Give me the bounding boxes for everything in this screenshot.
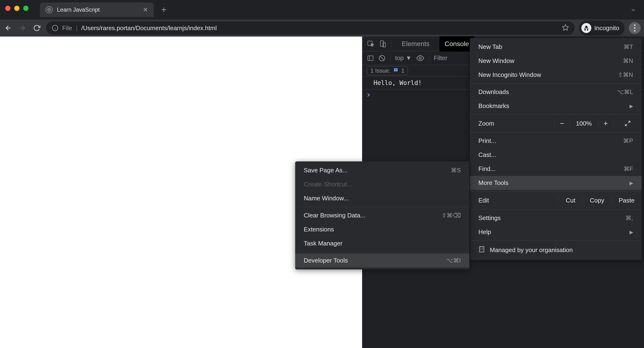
close-tab-icon[interactable]: ✕ bbox=[143, 6, 148, 14]
menu-zoom: Zoom − 100% + bbox=[470, 116, 642, 131]
issues-count: 1 bbox=[401, 67, 404, 74]
chevron-down-icon: ▼ bbox=[406, 54, 412, 62]
submenu-extensions[interactable]: Extensions bbox=[295, 222, 469, 236]
new-tab-button[interactable]: + bbox=[161, 5, 166, 15]
clear-console-icon[interactable] bbox=[379, 55, 385, 62]
menu-managed[interactable]: Managed by your organisation bbox=[470, 242, 642, 258]
address-bar[interactable]: File | /Users/rares.portan/Documents/lea… bbox=[46, 21, 575, 35]
menu-print[interactable]: Print... ⌘P bbox=[470, 134, 642, 148]
submenu-name-window[interactable]: Name Window... bbox=[295, 191, 469, 205]
svg-rect-23 bbox=[480, 246, 484, 252]
submenu-save-page[interactable]: Save Page As... ⌘S bbox=[295, 163, 469, 177]
eye-icon[interactable] bbox=[416, 54, 424, 62]
incognito-label: Incognito bbox=[594, 25, 619, 32]
zoom-value: 100% bbox=[570, 119, 598, 128]
chevron-down-icon[interactable] bbox=[628, 7, 638, 13]
menu-separator bbox=[470, 240, 642, 241]
reload-button[interactable] bbox=[32, 23, 42, 33]
menu-separator bbox=[470, 209, 642, 210]
chevron-right-icon: ▶ bbox=[630, 229, 633, 235]
filter-input[interactable]: Filter bbox=[429, 54, 448, 62]
forward-button[interactable] bbox=[18, 23, 28, 33]
menu-edit: Edit Cut Copy Paste bbox=[470, 193, 642, 208]
chevron-right-icon: ▶ bbox=[630, 180, 633, 186]
svg-rect-13 bbox=[368, 56, 373, 61]
svg-marker-6 bbox=[562, 25, 568, 30]
paste-button[interactable]: Paste bbox=[612, 196, 642, 205]
maximize-window-button[interactable] bbox=[23, 6, 28, 11]
context-selector[interactable]: top ▼ bbox=[395, 54, 412, 62]
issues-badge[interactable]: 1 Issue: 1 bbox=[367, 66, 408, 75]
submenu-task-manager[interactable]: Task Manager bbox=[295, 236, 469, 250]
menu-more-tools[interactable]: More Tools ▶ bbox=[470, 176, 642, 190]
menu-help[interactable]: Help ▶ bbox=[470, 225, 642, 239]
tab-elements[interactable]: Elements bbox=[396, 36, 435, 52]
copy-button[interactable]: Copy bbox=[582, 196, 612, 205]
svg-point-8 bbox=[634, 27, 636, 29]
tab-console[interactable]: Console bbox=[440, 36, 474, 52]
menu-new-window[interactable]: New Window ⌘N bbox=[470, 54, 642, 68]
bookmark-star-icon[interactable] bbox=[562, 24, 569, 32]
console-sidebar-icon[interactable] bbox=[367, 55, 374, 62]
issues-prefix: 1 Issue: bbox=[370, 67, 390, 74]
svg-point-17 bbox=[419, 57, 421, 59]
tab-bar: Learn JavaScript ✕ + bbox=[40, 2, 166, 17]
url-path: /Users/rares.portan/Documents/learnjs/in… bbox=[82, 25, 217, 32]
info-icon[interactable] bbox=[52, 25, 58, 31]
main-menu: New Tab ⌘T New Window ⌘N New Incognito W… bbox=[470, 38, 642, 260]
more-tools-submenu: Save Page As... ⌘S Create Shortcut... Na… bbox=[295, 161, 469, 269]
menu-separator bbox=[470, 191, 642, 192]
svg-point-7 bbox=[634, 25, 636, 26]
submenu-developer-tools[interactable]: Developer Tools ⌥⌘I bbox=[295, 253, 469, 267]
menu-cast[interactable]: Cast... bbox=[470, 148, 642, 162]
menu-downloads[interactable]: Downloads ⌥⌘L bbox=[470, 85, 642, 99]
menu-separator bbox=[470, 83, 642, 84]
menu-settings[interactable]: Settings ⌘, bbox=[470, 211, 642, 225]
globe-icon bbox=[46, 6, 53, 13]
fullscreen-button[interactable] bbox=[613, 119, 642, 128]
issue-icon bbox=[393, 67, 398, 74]
menu-separator bbox=[295, 252, 469, 252]
submenu-clear-browsing[interactable]: Clear Browsing Data... ⇧⌘⌫ bbox=[295, 208, 469, 222]
menu-separator bbox=[295, 207, 469, 207]
url-divider: | bbox=[76, 25, 78, 32]
svg-line-16 bbox=[380, 56, 384, 60]
device-toggle-icon[interactable] bbox=[379, 40, 387, 48]
svg-line-21 bbox=[628, 121, 630, 123]
menu-button[interactable] bbox=[629, 22, 641, 34]
menu-bookmarks[interactable]: Bookmarks ▶ bbox=[470, 99, 642, 113]
minimize-window-button[interactable] bbox=[14, 6, 20, 11]
toolbar: File | /Users/rares.portan/Documents/lea… bbox=[0, 20, 644, 37]
menu-separator bbox=[470, 114, 642, 115]
divider bbox=[392, 40, 392, 48]
chevron-right-icon: ▶ bbox=[630, 103, 633, 109]
svg-rect-19 bbox=[394, 69, 397, 70]
building-icon bbox=[478, 246, 485, 254]
incognito-icon bbox=[581, 23, 591, 33]
browser-tab[interactable]: Learn JavaScript ✕ bbox=[40, 2, 154, 17]
zoom-in-button[interactable]: + bbox=[598, 118, 613, 128]
svg-point-9 bbox=[634, 30, 636, 32]
zoom-out-button[interactable]: − bbox=[554, 118, 570, 128]
url-scheme: File bbox=[62, 25, 72, 32]
menu-new-tab[interactable]: New Tab ⌘T bbox=[470, 40, 642, 54]
back-button[interactable] bbox=[3, 23, 13, 33]
inspect-icon[interactable] bbox=[367, 40, 374, 48]
menu-new-incognito[interactable]: New Incognito Window ⇧⌘N bbox=[470, 68, 642, 82]
svg-line-22 bbox=[625, 124, 627, 126]
divider bbox=[390, 54, 390, 63]
incognito-badge[interactable]: Incognito bbox=[579, 21, 624, 35]
close-window-button[interactable] bbox=[5, 6, 10, 11]
tab-title: Learn JavaScript bbox=[57, 7, 138, 13]
window-controls bbox=[5, 6, 28, 11]
svg-rect-18 bbox=[394, 68, 398, 71]
svg-rect-20 bbox=[394, 70, 396, 71]
submenu-create-shortcut: Create Shortcut... bbox=[295, 177, 469, 191]
menu-find[interactable]: Find... ⌘F bbox=[470, 162, 642, 176]
cut-button[interactable]: Cut bbox=[558, 196, 582, 205]
